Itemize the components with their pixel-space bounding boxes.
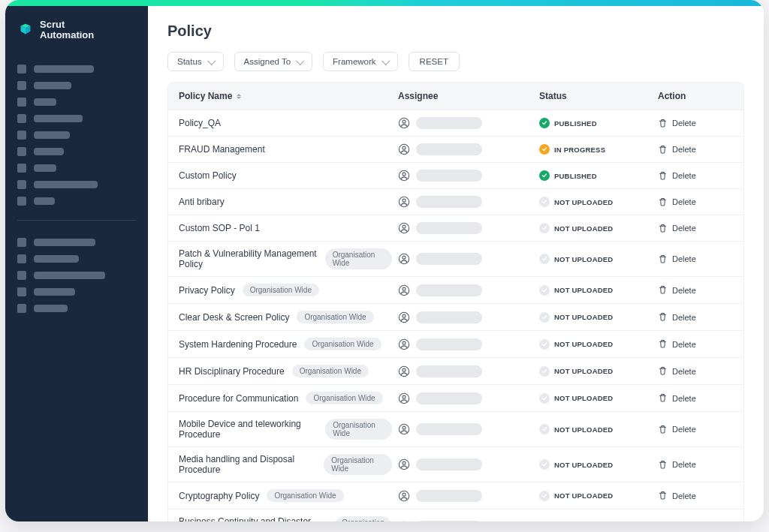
brand-logo[interactable]: Scrut Automation	[17, 20, 136, 41]
sidebar: Scrut Automation	[5, 6, 148, 521]
sidebar-item[interactable]	[17, 251, 136, 267]
policy-name: Business Continuity and Disaster Recover…	[179, 516, 327, 521]
trash-icon	[658, 366, 668, 376]
delete-button[interactable]: Delete	[658, 145, 733, 155]
delete-label: Delete	[672, 340, 696, 349]
sidebar-item[interactable]	[17, 234, 136, 251]
delete-button[interactable]: Delete	[658, 366, 733, 376]
framework-filter-dropdown[interactable]: Framework	[323, 52, 398, 71]
sidebar-item[interactable]	[17, 110, 136, 127]
table-row[interactable]: Mobile Device and teleworking ProcedureO…	[168, 411, 743, 446]
policy-name-cell: Business Continuity and Disaster Recover…	[179, 516, 392, 521]
policy-name-cell: Anti bribary	[179, 197, 392, 207]
avatar-icon	[398, 392, 410, 404]
status-dot-icon	[539, 312, 550, 323]
org-wide-tag: Organisation Wide	[324, 454, 392, 475]
status-dot-icon	[539, 170, 550, 181]
sidebar-nav-secondary	[17, 234, 136, 317]
delete-label: Delete	[672, 197, 696, 206]
status-cell: NOT UPLOADED	[539, 366, 652, 377]
status-cell: NOT UPLOADED	[539, 254, 652, 264]
table-row[interactable]: Policy_QAPUBLISHEDDelete	[168, 110, 743, 136]
delete-button[interactable]: Delete	[658, 285, 733, 295]
reset-button[interactable]: RESET	[409, 52, 460, 71]
policy-name-cell: Privacy PolicyOrganisation Wide	[179, 284, 392, 296]
table-row[interactable]: Custom PolicyPUBLISHEDDelete	[168, 162, 743, 188]
policy-name: Custom Policy	[179, 170, 237, 181]
table-row[interactable]: Media handling and Disposal ProcedureOrg…	[168, 446, 743, 482]
table-row[interactable]: Clear Desk & Screen PolicyOrganisation W…	[168, 303, 743, 330]
delete-button[interactable]: Delete	[658, 312, 733, 322]
sidebar-item[interactable]	[17, 127, 136, 143]
table-row[interactable]: System Hardening ProcedureOrganisation W…	[168, 330, 743, 357]
table-row[interactable]: Custom SOP - Pol 1NOT UPLOADEDDelete	[168, 215, 743, 241]
table-row[interactable]: Cryptography PolicyOrganisation WideNOT …	[168, 482, 743, 509]
org-wide-tag: Organisation Wide	[306, 392, 382, 404]
table-row[interactable]: Business Continuity and Disaster Recover…	[168, 509, 743, 521]
delete-button[interactable]: Delete	[658, 224, 733, 233]
sidebar-divider	[17, 220, 136, 221]
sidebar-item[interactable]	[17, 193, 136, 209]
delete-label: Delete	[672, 254, 696, 263]
sidebar-item[interactable]	[17, 284, 136, 300]
assignee-cell	[398, 117, 533, 129]
sidebar-item[interactable]	[17, 143, 136, 160]
policy-name-cell: Policy_QA	[179, 118, 392, 128]
sidebar-item[interactable]	[17, 94, 136, 110]
table-row[interactable]: HR Disciplinary ProcedureOrganisation Wi…	[168, 357, 743, 384]
trash-icon	[658, 254, 668, 264]
status-cell: NOT UPLOADED	[539, 339, 652, 350]
sidebar-item[interactable]	[17, 267, 136, 284]
delete-button[interactable]: Delete	[658, 491, 733, 500]
assignee-cell	[398, 490, 533, 502]
status-dot-icon	[539, 424, 550, 434]
delete-button[interactable]: Delete	[658, 393, 733, 403]
chevron-down-icon	[207, 57, 216, 65]
org-wide-tag: Organisation Wide	[297, 311, 373, 323]
status-cell: NOT UPLOADED	[539, 223, 652, 233]
assigned-to-filter-dropdown[interactable]: Assigned To	[234, 52, 312, 71]
policy-name: System Hardening Procedure	[179, 339, 297, 350]
delete-button[interactable]: Delete	[658, 254, 733, 264]
delete-button[interactable]: Delete	[658, 339, 733, 349]
status-cell: NOT UPLOADED	[539, 285, 652, 296]
column-header-name[interactable]: Policy Name	[179, 91, 392, 101]
avatar-icon	[398, 196, 410, 208]
avatar-icon	[398, 423, 410, 435]
delete-button[interactable]: Delete	[658, 171, 733, 181]
table-row[interactable]: Procedure for CommunicationOrganisation …	[168, 384, 743, 411]
filters-bar: Status Assigned To Framework RESET	[167, 52, 744, 71]
sidebar-item[interactable]	[17, 61, 136, 77]
status-dot-icon	[539, 491, 550, 501]
delete-label: Delete	[672, 425, 696, 434]
policy-name-cell: Procedure for CommunicationOrganisation …	[179, 392, 392, 404]
table-row[interactable]: Privacy PolicyOrganisation WideNOT UPLOA…	[168, 276, 743, 303]
status-filter-dropdown[interactable]: Status	[167, 52, 224, 71]
brand-logo-icon	[17, 22, 34, 38]
window-gradient-bar	[5, 0, 764, 6]
delete-button[interactable]: Delete	[658, 425, 733, 434]
table-row[interactable]: FRAUD ManagementIN PROGRESSDelete	[168, 136, 743, 162]
delete-label: Delete	[672, 460, 696, 469]
status-text: NOT UPLOADED	[554, 491, 613, 500]
assignee-placeholder	[416, 284, 482, 296]
avatar-icon	[398, 338, 410, 350]
org-wide-tag: Organisation Wide	[334, 516, 392, 521]
page-title: Policy	[167, 23, 744, 40]
table-row[interactable]: Anti bribaryNOT UPLOADEDDelete	[168, 188, 743, 215]
delete-button[interactable]: Delete	[658, 119, 733, 128]
delete-button[interactable]: Delete	[658, 460, 733, 470]
assignee-cell	[398, 253, 533, 265]
assignee-placeholder	[416, 365, 482, 377]
org-wide-tag: Organisation Wide	[243, 284, 319, 296]
sidebar-item[interactable]	[17, 77, 136, 94]
sort-icon	[237, 94, 241, 99]
delete-button[interactable]: Delete	[658, 197, 733, 207]
trash-icon	[658, 460, 668, 470]
sidebar-item[interactable]	[17, 176, 136, 193]
sidebar-item[interactable]	[17, 300, 136, 317]
table-row[interactable]: Patch & Vulnerability Management PolicyO…	[168, 241, 743, 276]
sidebar-item[interactable]	[17, 160, 136, 176]
assignee-cell	[398, 311, 533, 323]
assignee-cell	[398, 338, 533, 350]
